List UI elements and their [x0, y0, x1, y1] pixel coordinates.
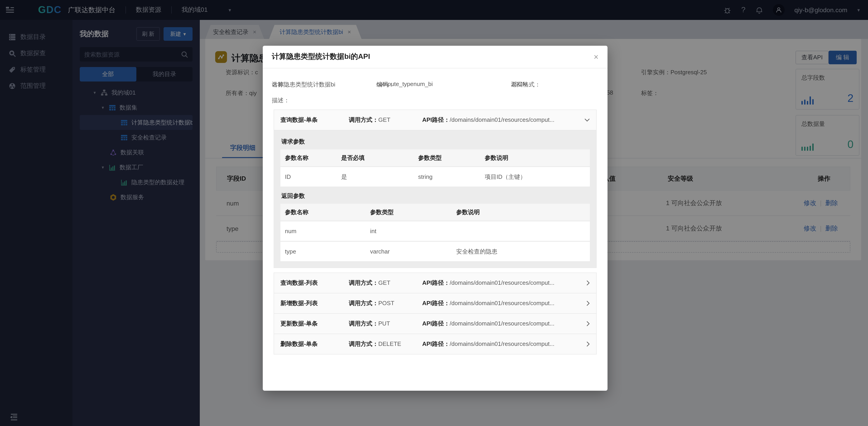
path-label: API路径： [422, 279, 450, 286]
param-name: type [280, 248, 366, 255]
accordion-header-query-list[interactable]: 查询数据-列表 调用方式：GET API路径：/domains/domain01… [274, 272, 597, 293]
accordion-header-query-single[interactable]: 查询数据-单条 调用方式：GET API路径：/domains/domain01… [274, 109, 597, 130]
path-value: /domains/domain01/resources/comput... [450, 320, 554, 327]
accordion-header-delete-single[interactable]: 删除数据-单条 调用方式：DELETE API路径：/domains/domai… [274, 334, 597, 355]
path-value: /domains/domain01/resources/comput... [450, 116, 554, 123]
method-value: POST [378, 300, 394, 306]
table-row: type varchar 安全检查的隐患 [280, 242, 590, 261]
section-method: 调用方式：GET [349, 116, 422, 124]
section-method: 调用方式：PUT [349, 320, 422, 328]
method-value: DELETE [378, 340, 401, 347]
method-label: 调用方式： [349, 300, 378, 306]
param-name: num [280, 228, 366, 234]
param-type: int [366, 228, 452, 234]
path-label: API路径： [422, 320, 450, 327]
section-name: 更新数据-单条 [280, 320, 349, 328]
method-value: GET [378, 279, 390, 286]
section-name: 删除数据-单条 [280, 340, 349, 348]
col-required: 是否必填 [337, 154, 413, 162]
col-param-type: 参数类型 [413, 154, 480, 162]
api-detail-modal: 计算隐患类型统计数据bi的API × 名称：计算隐患类型统计数据bi 编码：co… [263, 46, 608, 391]
api-accordion: 查询数据-单条 调用方式：GET API路径：/domains/domain01… [274, 109, 597, 355]
param-desc: 项目ID（主键） [480, 173, 590, 181]
section-name: 新增数据-列表 [280, 299, 349, 307]
col-param-name: 参数名称 [280, 208, 366, 216]
section-name: 查询数据-列表 [280, 279, 349, 287]
table-row: ID 是 string 项目ID（主键） [280, 167, 590, 187]
accordion-body: 请求参数 参数名称 是否必填 参数类型 参数说明 ID 是 string 项目I… [274, 130, 597, 268]
method-label: 调用方式： [349, 340, 378, 347]
response-params-title: 返回参数 [281, 192, 590, 200]
col-param-name: 参数名称 [280, 154, 337, 162]
path-label: API路径： [422, 300, 450, 306]
section-method: 调用方式：DELETE [349, 340, 422, 348]
method-label: 调用方式： [349, 320, 378, 327]
accordion-header-update-single[interactable]: 更新数据-单条 调用方式：PUT API路径：/domains/domain01… [274, 313, 597, 334]
path-value: /domains/domain01/resources/comput... [450, 300, 554, 306]
request-params-table: 参数名称 是否必填 参数类型 参数说明 ID 是 string 项目ID（主键） [280, 150, 590, 187]
path-value: /domains/domain01/resources/comput... [450, 340, 554, 347]
param-required: 是 [337, 173, 413, 181]
param-name: ID [280, 173, 337, 180]
path-value: /domains/domain01/resources/comput... [450, 279, 554, 286]
api-description-label: 描述： [272, 96, 289, 105]
api-meta-row: 名称：计算隐患类型统计数据bi 编码：compute_typenum_bi 返回… [272, 80, 598, 90]
section-path: API路径：/domains/domain01/resources/comput… [422, 299, 582, 307]
section-path: API路径：/domains/domain01/resources/comput… [422, 279, 582, 287]
accordion-header-create-list[interactable]: 新增数据-列表 调用方式：POST API路径：/domains/domain0… [274, 293, 597, 314]
chevron-right-icon[interactable] [582, 341, 590, 347]
section-method: 调用方式：GET [349, 279, 422, 287]
table-row: num int [280, 221, 590, 241]
section-name: 查询数据-单条 [280, 116, 349, 124]
method-label: 调用方式： [349, 116, 378, 123]
section-method: 调用方式：POST [349, 299, 422, 307]
param-type: string [413, 173, 480, 180]
chevron-right-icon[interactable] [582, 301, 590, 306]
section-path: API路径：/domains/domain01/resources/comput… [422, 340, 582, 348]
method-label: 调用方式： [349, 279, 378, 286]
path-label: API路径： [422, 116, 450, 123]
col-param-desc: 参数说明 [452, 208, 590, 216]
path-label: API路径： [422, 340, 450, 347]
method-value: GET [378, 116, 390, 123]
modal-header: 计算隐患类型统计数据bi的API × [263, 46, 608, 68]
chevron-right-icon[interactable] [582, 280, 590, 286]
api-code-value: compute_typenum_bi [376, 80, 433, 87]
api-format-value: JSON [511, 80, 527, 87]
section-path: API路径：/domains/domain01/resources/comput… [422, 320, 582, 328]
param-desc: 安全检查的隐患 [452, 248, 590, 256]
param-type: varchar [366, 248, 452, 255]
chevron-right-icon[interactable] [582, 321, 590, 326]
section-path: API路径：/domains/domain01/resources/comput… [422, 116, 582, 124]
chevron-up-icon[interactable] [582, 118, 590, 122]
response-params-table: 参数名称 参数类型 参数说明 num int type varchar 安全检查… [280, 204, 590, 261]
col-param-type: 参数类型 [366, 208, 452, 216]
col-param-desc: 参数说明 [480, 154, 590, 162]
api-name-value: 计算隐患类型统计数据bi [272, 80, 335, 89]
request-params-title: 请求参数 [281, 138, 590, 146]
modal-title: 计算隐患类型统计数据bi的API [272, 52, 370, 62]
method-value: PUT [378, 320, 390, 327]
close-icon[interactable]: × [594, 53, 598, 61]
